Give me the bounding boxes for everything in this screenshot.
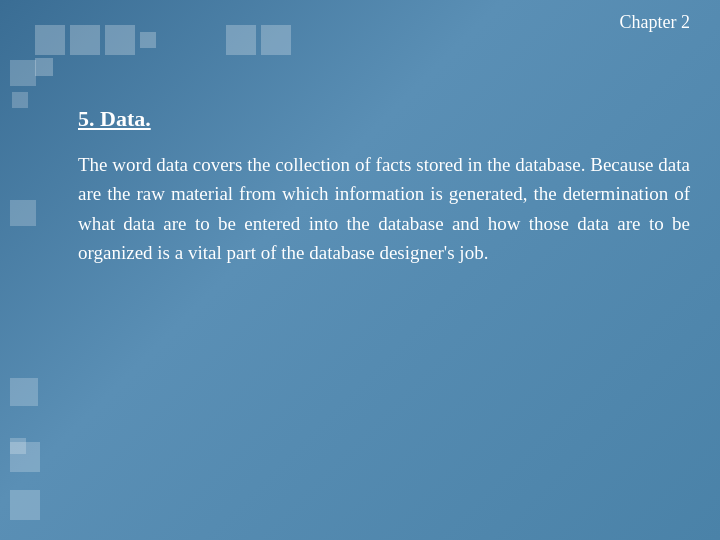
- deco-square: [12, 92, 28, 108]
- chapter-label: Chapter 2: [620, 12, 690, 33]
- deco-square: [10, 60, 36, 86]
- deco-square: [10, 490, 40, 520]
- deco-square: [70, 25, 100, 55]
- top-decorative-squares: [30, 25, 690, 55]
- section-title: 5. Data.: [78, 106, 690, 132]
- body-paragraph: The word data covers the collection of f…: [78, 150, 690, 268]
- left-decorative-squares: [10, 60, 38, 454]
- deco-row-2: [30, 58, 690, 76]
- deco-square: [35, 25, 65, 55]
- deco-square: [140, 32, 156, 48]
- deco-square: [105, 25, 135, 55]
- deco-square: [10, 378, 38, 406]
- main-content: 5. Data. The word data covers the collec…: [78, 106, 690, 268]
- slide: Chapter 2 5. Data. The word data covers …: [0, 0, 720, 540]
- deco-square: [226, 25, 256, 55]
- deco-square: [261, 25, 291, 55]
- bottom-decorative-squares: [10, 442, 40, 520]
- deco-square: [10, 442, 40, 472]
- deco-square: [10, 200, 36, 226]
